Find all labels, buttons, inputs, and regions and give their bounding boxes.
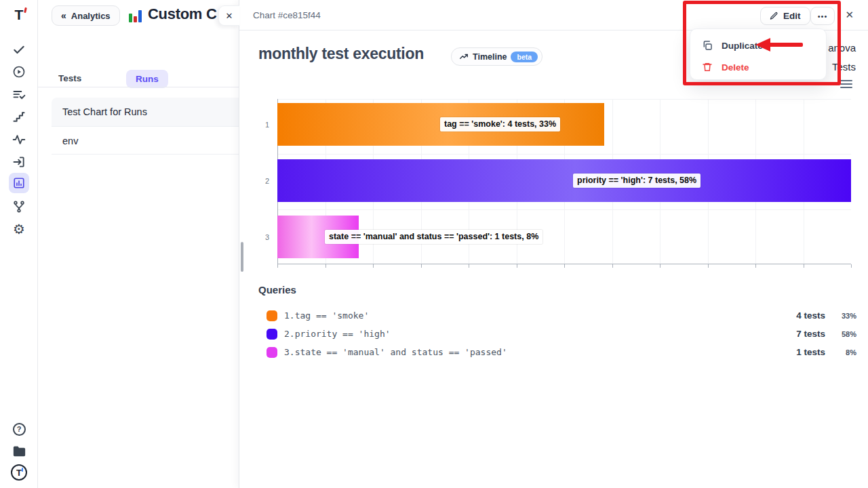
- bar-data-label: state == 'manual' and status == 'passed'…: [325, 230, 542, 244]
- x-axis-ticks: [277, 264, 852, 268]
- query-text: 3.state == 'manual' and status == 'passe…: [284, 347, 507, 357]
- menu-item-duplicate[interactable]: Duplicate: [690, 36, 827, 55]
- duplicate-copy-icon: [702, 40, 713, 51]
- tab-runs[interactable]: Runs: [126, 70, 168, 88]
- close-icon: ✕: [226, 11, 233, 21]
- double-chevron-left-icon: «: [61, 10, 66, 21]
- chart-id-label: Chart #ce815f44: [253, 10, 321, 20]
- analytics-label: Analytics: [71, 11, 111, 21]
- hamburger-menu-icon[interactable]: [840, 80, 852, 89]
- analytics-charts-icon-active[interactable]: [9, 173, 29, 193]
- scrollbar-thumb[interactable]: [241, 242, 243, 272]
- query-text: 2.priority == 'high': [284, 329, 391, 339]
- account-logo-icon[interactable]: T: [0, 464, 38, 481]
- trending-up-icon: [459, 52, 469, 62]
- beta-badge: beta: [511, 52, 538, 62]
- queries-heading: Queries: [258, 284, 296, 296]
- panel-collapse-button[interactable]: ✕: [218, 5, 239, 26]
- timeline-toggle-button[interactable]: Timeline beta: [451, 47, 542, 66]
- chart-detail-panel: ✕ Chart #ce815f44 Edit ••• ✕ anova Tests…: [239, 0, 868, 488]
- stairs-icon[interactable]: [0, 108, 38, 126]
- query-row: 1.tag == 'smoke' 4 tests 33%: [258, 308, 858, 323]
- list-item-test-chart-for-runs[interactable]: Test Chart for Runs: [52, 98, 239, 127]
- tests-check-icon[interactable]: [0, 41, 38, 58]
- ellipsis-icon: •••: [818, 12, 828, 20]
- projects-folder-icon[interactable]: [0, 442, 38, 460]
- divider: [38, 87, 239, 87]
- menu-item-delete[interactable]: Delete: [690, 58, 827, 77]
- screen: T ⚙ ?: [0, 0, 868, 488]
- query-text: 1.tag == 'smoke': [284, 310, 369, 321]
- tab-tests[interactable]: Tests: [58, 73, 81, 83]
- y-axis-label: 1: [260, 121, 269, 129]
- legend-swatch-indigo: [267, 329, 277, 340]
- runs-play-icon[interactable]: [0, 63, 38, 81]
- query-percent: 8%: [831, 348, 856, 357]
- list-item-env[interactable]: env: [52, 127, 239, 155]
- chart-title: monthly test execution: [258, 45, 424, 63]
- page-title: Custom C: [148, 5, 217, 23]
- app-sidebar: T ⚙ ?: [0, 0, 38, 488]
- query-tests-count: 7 tests: [796, 329, 825, 339]
- import-login-icon[interactable]: [0, 153, 38, 171]
- trash-icon: [702, 62, 713, 73]
- obscured-text-fragment: Tests: [832, 61, 856, 73]
- query-row: 3.state == 'manual' and status == 'passe…: [258, 345, 858, 360]
- bar-data-label: priority == 'high': 7 tests, 58%: [573, 174, 701, 188]
- query-tests-count: 1 tests: [796, 347, 825, 357]
- bar-data-label: tag == 'smoke': 4 tests, 33%: [440, 117, 560, 131]
- edit-button[interactable]: Edit: [760, 7, 810, 25]
- pencil-icon: [770, 12, 778, 20]
- context-menu: Duplicate Delete: [690, 28, 827, 80]
- query-percent: 58%: [831, 330, 856, 338]
- logo-t-icon: T: [15, 7, 24, 23]
- y-axis-label: 3: [260, 233, 269, 241]
- activity-pulse-icon[interactable]: [0, 131, 38, 148]
- settings-gear-icon[interactable]: ⚙: [0, 220, 38, 238]
- close-panel-button[interactable]: ✕: [845, 9, 854, 21]
- bar-chart-icon: [129, 9, 144, 22]
- y-axis-label: 2: [260, 177, 269, 185]
- app-logo[interactable]: T: [0, 6, 38, 24]
- query-row: 2.priority == 'high' 7 tests 58%: [258, 327, 858, 342]
- more-options-button[interactable]: •••: [810, 7, 835, 25]
- legend-swatch-orange: [267, 310, 277, 321]
- list-check-icon[interactable]: [0, 86, 38, 104]
- bar-priority-high[interactable]: [277, 159, 851, 202]
- custom-charts-panel: « Analytics Custom C Tests Runs Test Cha…: [38, 0, 239, 488]
- query-percent: 33%: [831, 312, 856, 320]
- branch-icon[interactable]: [0, 198, 38, 216]
- back-to-analytics-button[interactable]: « Analytics: [52, 5, 120, 26]
- obscured-text-fragment: anova: [828, 42, 856, 54]
- query-tests-count: 4 tests: [796, 310, 825, 321]
- legend-swatch-magenta: [267, 347, 277, 358]
- help-icon[interactable]: ?: [0, 420, 38, 438]
